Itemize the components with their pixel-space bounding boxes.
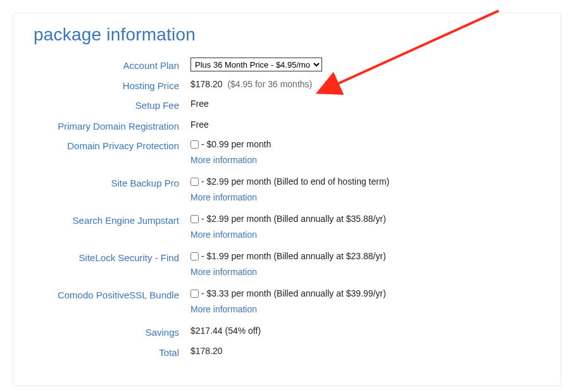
value-savings: $217.44 (54% off): [190, 324, 540, 338]
checkbox-search-engine[interactable]: [190, 215, 199, 223]
price-search-engine: - $2.99 per month (Billed annually at $3…: [201, 212, 386, 226]
label-sitelock: SiteLock Security - Find: [34, 250, 190, 266]
row-primary-domain: Primary Domain Registration Free: [34, 118, 540, 134]
price-site-backup: - $2.99 per month (Billed to end of host…: [201, 175, 389, 188]
label-account-plan: Account Plan: [34, 58, 190, 73]
more-info-sitelock[interactable]: More information: [190, 266, 257, 279]
row-search-engine: Search Engine Jumpstart - $2.99 per mont…: [34, 212, 540, 245]
label-site-backup: Site Backup Pro: [34, 175, 190, 191]
row-total: Total $178.20: [34, 345, 540, 360]
checkbox-domain-privacy[interactable]: [190, 140, 199, 149]
value-total: $178.20: [190, 345, 540, 358]
label-primary-domain: Primary Domain Registration: [34, 118, 190, 134]
account-plan-select[interactable]: Plus 36 Month Price - $4.95/mo.: [190, 58, 322, 71]
checkbox-site-backup[interactable]: [190, 178, 199, 186]
label-savings: Savings: [34, 324, 190, 340]
label-setup-fee: Setup Fee: [34, 97, 190, 113]
row-comodo: Comodo PositiveSSL Bundle - $3.33 per mo…: [34, 287, 540, 320]
price-comodo: - $3.33 per month (Billed annually at $3…: [201, 287, 386, 300]
row-site-backup: Site Backup Pro - $2.99 per month (Bille…: [34, 175, 540, 208]
panel-title: package information: [34, 25, 540, 45]
more-info-comodo[interactable]: More information: [190, 303, 257, 316]
more-info-site-backup[interactable]: More information: [190, 191, 257, 204]
row-hosting-price: Hosting Price $178.20 ($4.95 for 36 mont…: [34, 78, 540, 94]
value-setup-fee: Free: [190, 97, 540, 111]
more-info-domain-privacy[interactable]: More information: [190, 154, 257, 167]
svg-line-0: [334, 11, 499, 85]
price-domain-privacy: - $0.99 per month: [201, 138, 271, 151]
label-hosting-price: Hosting Price: [34, 78, 190, 94]
label-domain-privacy: Domain Privacy Protection: [34, 138, 190, 154]
row-savings: Savings $217.44 (54% off): [34, 324, 540, 340]
row-domain-privacy: Domain Privacy Protection - $0.99 per mo…: [34, 138, 540, 171]
checkbox-comodo[interactable]: [190, 290, 199, 298]
package-info-panel: package information Account Plan Plus 36…: [13, 13, 561, 386]
more-info-search-engine[interactable]: More information: [190, 228, 257, 242]
row-account-plan: Account Plan Plus 36 Month Price - $4.95…: [34, 58, 540, 73]
row-setup-fee: Setup Fee Free: [34, 97, 540, 113]
price-sitelock: - $1.99 per month (Billed annually at $2…: [201, 250, 386, 263]
label-search-engine: Search Engine Jumpstart: [34, 212, 190, 228]
value-primary-domain: Free: [190, 118, 540, 132]
label-comodo: Comodo PositiveSSL Bundle: [34, 287, 190, 303]
checkbox-sitelock[interactable]: [190, 252, 199, 260]
row-sitelock: SiteLock Security - Find - $1.99 per mon…: [34, 250, 540, 283]
value-hosting-price: $178.20 ($4.95 for 36 months): [190, 78, 540, 91]
label-total: Total: [34, 345, 190, 360]
